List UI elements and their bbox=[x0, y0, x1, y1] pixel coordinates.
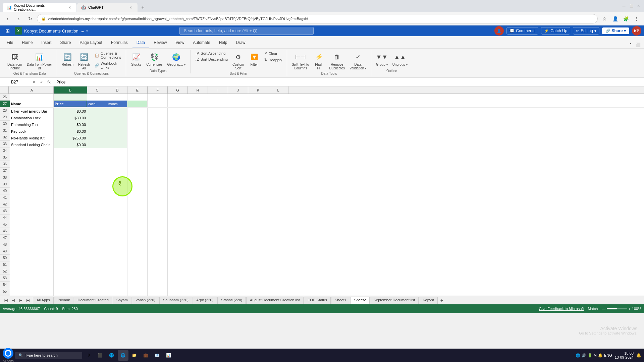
sort-descending-button[interactable]: ↓Z Sort Descending bbox=[193, 57, 230, 62]
cell-b52[interactable] bbox=[54, 269, 87, 276]
cell-a29[interactable]: Combination Lock bbox=[10, 115, 54, 121]
cell-a41[interactable] bbox=[10, 195, 54, 202]
tab-chatgpt-close[interactable]: ✕ bbox=[128, 5, 133, 10]
cell-e47[interactable] bbox=[127, 235, 148, 242]
taskbar-icon-edge[interactable]: 🌐 bbox=[106, 350, 117, 361]
cell-c50[interactable] bbox=[87, 255, 107, 262]
cell-c27[interactable]: each bbox=[87, 101, 107, 107]
cell-e37[interactable] bbox=[127, 168, 148, 175]
col-header-e[interactable]: E bbox=[127, 86, 148, 94]
taskbar-search[interactable]: 🔍 Type here to search bbox=[15, 352, 82, 359]
row-41[interactable]: 41 bbox=[0, 194, 10, 201]
clear-button[interactable]: ✕ Clear bbox=[262, 51, 284, 56]
row-50[interactable]: 50 bbox=[0, 255, 10, 261]
cell-d29[interactable] bbox=[107, 115, 127, 121]
row-28[interactable]: 28 bbox=[0, 107, 10, 114]
cell-e46[interactable] bbox=[127, 229, 148, 235]
cell-b44[interactable] bbox=[54, 215, 87, 222]
zoom-out-icon[interactable]: — bbox=[602, 307, 605, 311]
ribbon-minimize-icon[interactable]: ⌃ bbox=[627, 42, 634, 48]
close-button[interactable]: ✕ bbox=[636, 3, 641, 9]
taskbar-icon-taskview[interactable]: ⬛ bbox=[95, 350, 106, 361]
col-header-c[interactable]: C bbox=[87, 86, 107, 94]
cell-e44[interactable] bbox=[127, 215, 148, 222]
excel-search-input[interactable] bbox=[179, 27, 314, 35]
queries-connections-button[interactable]: 📋 Queries &Connections bbox=[93, 51, 123, 60]
row-55[interactable]: 55 bbox=[0, 288, 10, 295]
cell-c54[interactable] bbox=[87, 282, 107, 289]
cell-f46[interactable] bbox=[148, 229, 168, 235]
row-44[interactable]: 44 bbox=[0, 215, 10, 221]
cell-a43[interactable] bbox=[10, 208, 54, 215]
cell-f26[interactable] bbox=[148, 94, 168, 101]
cell-d28[interactable] bbox=[107, 108, 127, 115]
sheet-tab-shyam[interactable]: Shyam bbox=[113, 297, 131, 304]
address-bar[interactable]: 🔒 zehntechtechnologies-my.sharepoint.com… bbox=[37, 14, 598, 23]
cell-c55[interactable] bbox=[87, 289, 107, 296]
row-30[interactable]: 30 bbox=[0, 121, 10, 127]
cell-c29[interactable] bbox=[87, 115, 107, 121]
cell-d44[interactable] bbox=[107, 215, 127, 222]
cell-d27[interactable]: month bbox=[107, 101, 127, 107]
cell-d30[interactable] bbox=[107, 121, 127, 128]
cell-a47[interactable] bbox=[10, 235, 54, 242]
profile-button[interactable]: 👤 bbox=[610, 14, 620, 23]
formula-input[interactable] bbox=[55, 80, 643, 84]
cell-e50[interactable] bbox=[127, 255, 148, 262]
cell-a36[interactable] bbox=[10, 162, 54, 168]
cell-d40[interactable] bbox=[107, 188, 127, 195]
share-button[interactable]: 🔗 Share ▾ bbox=[602, 27, 629, 34]
taskbar-icon-explorer[interactable]: 📁 bbox=[129, 350, 140, 361]
tab-excel-close[interactable]: ✕ bbox=[67, 5, 72, 10]
cell-b37[interactable] bbox=[54, 168, 87, 175]
cell-a30[interactable]: Entrenching Tool bbox=[10, 121, 54, 128]
cell-e36[interactable] bbox=[127, 162, 148, 168]
refresh-button[interactable]: 🔄 Refresh bbox=[60, 51, 75, 67]
cell-b26[interactable] bbox=[54, 94, 87, 101]
cell-b42[interactable] bbox=[54, 202, 87, 208]
row-53[interactable]: 53 bbox=[0, 275, 10, 282]
cell-f37[interactable] bbox=[148, 168, 168, 175]
cell-a42[interactable] bbox=[10, 202, 54, 208]
stocks-button[interactable]: 📈 Stocks bbox=[129, 51, 144, 67]
cell-a28[interactable]: Biker Fuel Energy Bar bbox=[10, 108, 54, 115]
geography-button[interactable]: 🌍 Geograp... ▾ bbox=[165, 51, 187, 67]
sheet-tab-priyank[interactable]: Priyank bbox=[54, 297, 74, 304]
cell-f33[interactable] bbox=[148, 141, 168, 148]
cell-d38[interactable] bbox=[107, 175, 127, 182]
cell-e49[interactable] bbox=[127, 249, 148, 255]
zoom-control[interactable]: — + 100% bbox=[602, 307, 641, 311]
cell-c51[interactable] bbox=[87, 262, 107, 269]
cell-f41[interactable] bbox=[148, 195, 168, 202]
cell-d48[interactable] bbox=[107, 242, 127, 249]
new-tab-button[interactable]: + bbox=[138, 3, 148, 12]
enter-formula-button[interactable]: ✓ bbox=[38, 79, 45, 85]
cell-f44[interactable] bbox=[148, 215, 168, 222]
battery-icon[interactable]: 🔋 bbox=[588, 353, 592, 358]
reapply-button[interactable]: ↻ Reapply bbox=[262, 57, 284, 63]
cell-c39[interactable] bbox=[87, 182, 107, 188]
row-35[interactable]: 35 bbox=[0, 154, 10, 161]
notification-icon[interactable]: 🔔 bbox=[598, 353, 603, 358]
tab-help[interactable]: Help bbox=[215, 38, 231, 48]
cell-b41[interactable] bbox=[54, 195, 87, 202]
cell-e40[interactable] bbox=[127, 188, 148, 195]
cell-c53[interactable] bbox=[87, 276, 107, 282]
workbook-links-button[interactable]: 🔗 WorkbookLinks bbox=[93, 61, 123, 70]
cell-f53[interactable] bbox=[148, 276, 168, 282]
cell-b38[interactable] bbox=[54, 175, 87, 182]
currencies-button[interactable]: 💱 Currencies bbox=[144, 51, 164, 67]
cell-a54[interactable] bbox=[10, 282, 54, 289]
row-32[interactable]: 32 bbox=[0, 134, 10, 141]
cell-f39[interactable] bbox=[148, 182, 168, 188]
cell-d33[interactable] bbox=[107, 141, 127, 148]
cell-e54[interactable] bbox=[127, 282, 148, 289]
cell-b40[interactable] bbox=[54, 188, 87, 195]
cell-c33[interactable] bbox=[87, 141, 107, 148]
cell-a37[interactable] bbox=[10, 168, 54, 175]
cell-e27[interactable] bbox=[127, 101, 148, 107]
cell-b51[interactable] bbox=[54, 262, 87, 269]
forward-button[interactable]: › bbox=[14, 14, 23, 23]
cell-c48[interactable] bbox=[87, 242, 107, 249]
col-header-k[interactable]: K bbox=[248, 86, 268, 94]
